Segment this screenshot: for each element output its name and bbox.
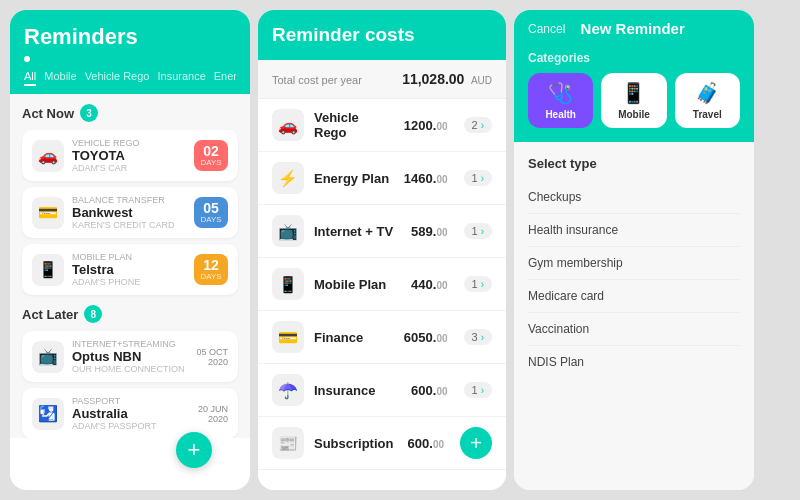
dot-indicator [24,56,30,62]
cost-amount: 600.00 [411,383,447,398]
reminder-info: Mobile Plan Telstra ADAM'S PHONE [72,252,186,287]
cost-amount: 440.00 [411,277,447,292]
categories-row: 🩺 Health 📱 Mobile 🧳 Travel [528,73,740,128]
badge-number: 12 [199,258,223,272]
category-card-travel[interactable]: 🧳 Travel [675,73,740,128]
reminder-category: Passport [72,396,190,406]
cost-name: Energy Plan [314,171,394,186]
reminder-sub: OUR HOME CONNECTION [72,364,188,374]
categories-label: Categories [528,51,740,65]
cost-item[interactable]: ☂️ Insurance 600.00 1 › [258,364,506,417]
reminder-sub: ADAM'S PHONE [72,277,186,287]
category-icon: 🩺 [536,81,585,105]
cost-name: Subscription [314,436,398,451]
add-cost-fab[interactable]: + [460,427,492,459]
cost-item[interactable]: 📺 Internet + TV 589.00 1 › [258,205,506,258]
type-items-list: CheckupsHealth insuranceGym membershipMe… [528,181,740,378]
reminder-item[interactable]: 🛂 Passport Australia ADAM'S PASSPORT 20 … [22,388,238,438]
type-item-health-insurance[interactable]: Health insurance [528,214,740,247]
type-item-gym-membership[interactable]: Gym membership [528,247,740,280]
mid-total-row: Total cost per year 11,028.00 AUD [258,60,506,99]
cost-amount: 1460.00 [404,171,448,186]
reminder-item[interactable]: 💳 Balance Transfer Bankwest KAREN'S CRED… [22,187,238,238]
reminder-icon: 📱 [32,254,64,286]
mid-total-value: 11,028.00 AUD [402,70,492,88]
act-now-items: 🚗 Vehicle Rego TOYOTA ADAM'S CAR 02 DAYS… [22,130,238,295]
select-type-section: Select type CheckupsHealth insuranceGym … [514,142,754,490]
reminder-date: 05 OCT2020 [196,347,228,367]
new-reminder-title: New Reminder [581,20,685,37]
cost-name: Insurance [314,383,401,398]
reminder-category: Vehicle Rego [72,138,186,148]
filter-tab-mobile[interactable]: Mobile [44,68,76,86]
cost-item[interactable]: 📱 Mobile Plan 440.00 1 › [258,258,506,311]
badge-unit: DAYS [199,215,223,224]
act-now-badge: 3 [80,104,98,122]
mid-total-label: Total cost per year [272,74,362,86]
category-label: Travel [683,109,732,120]
cost-count: 2 › [464,117,492,133]
badge-unit: DAYS [199,158,223,167]
cost-icon: ☂️ [272,374,304,406]
reminder-sub: KAREN'S CREDIT CARD [72,220,186,230]
cost-item[interactable]: 💳 Finance 6050.00 3 › [258,311,506,364]
filter-tabs: AllMobileVehicle RegoInsuranceEnergy [24,68,236,86]
reminder-info: Passport Australia ADAM'S PASSPORT [72,396,190,431]
type-item-vaccination[interactable]: Vaccination [528,313,740,346]
type-item-checkups[interactable]: Checkups [528,181,740,214]
category-card-health[interactable]: 🩺 Health [528,73,593,128]
cost-count: 1 › [464,382,492,398]
categories-section: Categories 🩺 Health 📱 Mobile 🧳 Travel [514,51,754,142]
reminder-sub: ADAM'S PASSPORT [72,421,190,431]
cost-icon: 📰 [272,427,304,459]
type-item-ndis-plan[interactable]: NDIS Plan [528,346,740,378]
cost-name: Finance [314,330,394,345]
cost-amount: 600.00 [408,436,444,451]
reminder-name: Bankwest [72,205,186,220]
add-reminder-fab[interactable]: + [176,432,212,468]
cost-amount: 589.00 [411,224,447,239]
cancel-button[interactable]: Cancel [528,22,565,36]
reminder-item[interactable]: 🚗 Vehicle Rego TOYOTA ADAM'S CAR 02 DAYS [22,130,238,181]
reminder-name: Australia [72,406,190,421]
act-later-label: Act Later [22,307,78,322]
act-later-badge: 8 [84,305,102,323]
type-item-medicare-card[interactable]: Medicare card [528,280,740,313]
left-title: Reminders [24,24,236,50]
cost-item[interactable]: 📰 Subscription 600.00 + [258,417,506,470]
badge-unit: DAYS [199,272,223,281]
filter-tab-vehicle-rego[interactable]: Vehicle Rego [85,68,150,86]
mid-title: Reminder costs [272,24,492,46]
cost-count: 3 › [464,329,492,345]
right-panel: Cancel New Reminder Categories 🩺 Health … [514,10,754,490]
cost-count: 1 › [464,276,492,292]
filter-tab-energy[interactable]: Energy [214,68,236,86]
cost-amount: 1200.00 [404,118,448,133]
cost-count: 1 › [464,223,492,239]
left-body: Act Now 3 🚗 Vehicle Rego TOYOTA ADAM'S C… [10,94,250,438]
reminder-icon: 💳 [32,197,64,229]
cost-name: Vehicle Rego [314,110,394,140]
cost-count: 1 › [464,170,492,186]
cost-item[interactable]: 🚗 Vehicle Rego 1200.00 2 › [258,99,506,152]
cost-item[interactable]: ⚡ Energy Plan 1460.00 1 › [258,152,506,205]
act-now-label: Act Now [22,106,74,121]
reminder-category: Balance Transfer [72,195,186,205]
reminder-item[interactable]: 📺 Internet+Streaming Optus NBN OUR HOME … [22,331,238,382]
reminder-item[interactable]: 📱 Mobile Plan Telstra ADAM'S PHONE 12 DA… [22,244,238,295]
reminder-name: Telstra [72,262,186,277]
reminder-info: Internet+Streaming Optus NBN OUR HOME CO… [72,339,188,374]
cost-amount: 6050.00 [404,330,448,345]
cost-icon: 📺 [272,215,304,247]
filter-tab-all[interactable]: All [24,68,36,86]
reminder-icon: 🛂 [32,398,64,430]
mid-header: Reminder costs [258,10,506,60]
reminder-badge: 12 DAYS [194,254,228,285]
cost-icon: 🚗 [272,109,304,141]
act-later-section: Act Later 8 [22,305,238,323]
reminder-icon: 📺 [32,341,64,373]
reminder-badge: 05 DAYS [194,197,228,228]
reminder-info: Vehicle Rego TOYOTA ADAM'S CAR [72,138,186,173]
filter-tab-insurance[interactable]: Insurance [157,68,205,86]
category-card-mobile[interactable]: 📱 Mobile [601,73,666,128]
